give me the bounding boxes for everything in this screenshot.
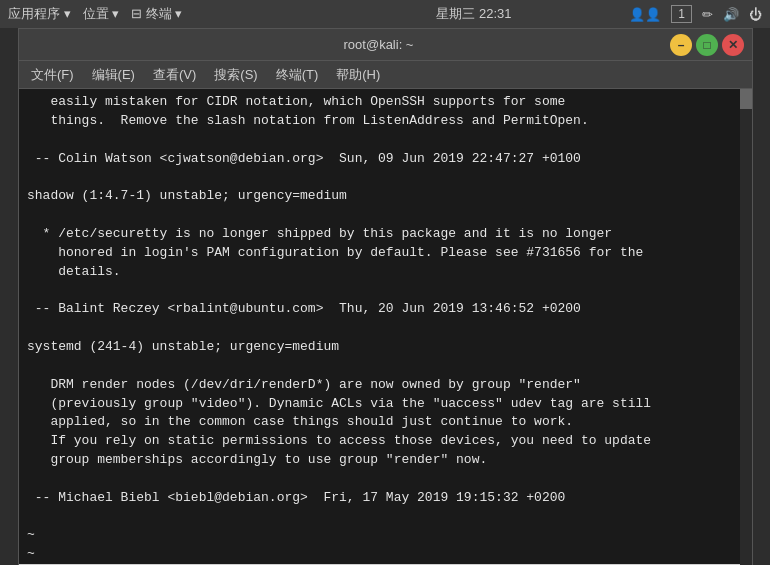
menu-terminal[interactable]: 终端(T) [268, 64, 327, 86]
terminal-line: ~ [19, 526, 752, 545]
terminal-content[interactable]: easily mistaken for CIDR notation, which… [19, 89, 752, 565]
terminal-line [19, 168, 752, 187]
terminal-line: things. Remove the slash notation from L… [19, 112, 752, 131]
terminal-line [19, 206, 752, 225]
terminal-line: -- Colin Watson <cjwatson@debian.org> Su… [19, 150, 752, 169]
apps-menu[interactable]: 应用程序 ▾ [8, 5, 71, 23]
terminal-line: If you rely on static permissions to acc… [19, 432, 752, 451]
scrollbar-track[interactable]: ▼ [740, 89, 752, 565]
terminal-line: ~ [19, 545, 752, 564]
menu-help[interactable]: 帮助(H) [328, 64, 388, 86]
terminal-line: group memberships accordingly to use gro… [19, 451, 752, 470]
places-menu[interactable]: 位置 ▾ [83, 5, 120, 23]
system-bar-left: 应用程序 ▾ 位置 ▾ ⊟ 终端 ▾ [8, 5, 319, 23]
power-icon[interactable]: ⏻ [749, 7, 762, 22]
menu-view[interactable]: 查看(V) [145, 64, 204, 86]
scrollbar-thumb[interactable] [740, 89, 752, 109]
terminal-line: * /etc/securetty is no longer shipped by… [19, 225, 752, 244]
terminal-line [19, 319, 752, 338]
terminal-line: honored in login's PAM configuration by … [19, 244, 752, 263]
menu-bar: 文件(F) 编辑(E) 查看(V) 搜索(S) 终端(T) 帮助(H) [19, 61, 752, 89]
title-bar-title: root@kali: ~ [87, 37, 670, 52]
volume-icon[interactable]: 🔊 [723, 7, 739, 22]
terminal-line: (previously group "video"). Dynamic ACLs… [19, 395, 752, 414]
terminal-line: -- Michael Biebl <biebl@debian.org> Fri,… [19, 489, 752, 508]
terminal-line: shadow (1:4.7-1) unstable; urgency=mediu… [19, 187, 752, 206]
menu-edit[interactable]: 编辑(E) [84, 64, 143, 86]
terminal-line: applied, so in the common case things sh… [19, 413, 752, 432]
terminal-lines: easily mistaken for CIDR notation, which… [19, 93, 752, 564]
title-bar-controls: – □ ✕ [670, 34, 744, 56]
terminal-line [19, 357, 752, 376]
minimize-button[interactable]: – [670, 34, 692, 56]
terminal-line: details. [19, 263, 752, 282]
terminal-line: DRM render nodes (/dev/dri/renderD*) are… [19, 376, 752, 395]
maximize-button[interactable]: □ [696, 34, 718, 56]
menu-search[interactable]: 搜索(S) [206, 64, 265, 86]
terminal-line [19, 131, 752, 150]
menu-file[interactable]: 文件(F) [23, 64, 82, 86]
system-bar: 应用程序 ▾ 位置 ▾ ⊟ 终端 ▾ 星期三 22:31 👤👤 1 ✏ 🔊 ⏻ [0, 0, 770, 28]
terminal-window: root@kali: ~ – □ ✕ 文件(F) 编辑(E) 查看(V) 搜索(… [18, 28, 753, 565]
system-bar-right: 👤👤 1 ✏ 🔊 ⏻ [629, 5, 762, 23]
terminal-line [19, 508, 752, 527]
terminal-line: systemd (241-4) unstable; urgency=medium [19, 338, 752, 357]
workspace-indicator: 1 [671, 5, 692, 23]
terminal-line [19, 470, 752, 489]
system-bar-clock: 星期三 22:31 [319, 5, 630, 23]
title-bar: root@kali: ~ – □ ✕ [19, 29, 752, 61]
close-button[interactable]: ✕ [722, 34, 744, 56]
terminal-line [19, 281, 752, 300]
terminal-line: easily mistaken for CIDR notation, which… [19, 93, 752, 112]
terminal-line: -- Balint Reczey <rbalint@ubuntu.com> Th… [19, 300, 752, 319]
terminal-menu[interactable]: ⊟ 终端 ▾ [131, 5, 182, 23]
edit-icon[interactable]: ✏ [702, 7, 713, 22]
people-icon: 👤👤 [629, 7, 661, 22]
